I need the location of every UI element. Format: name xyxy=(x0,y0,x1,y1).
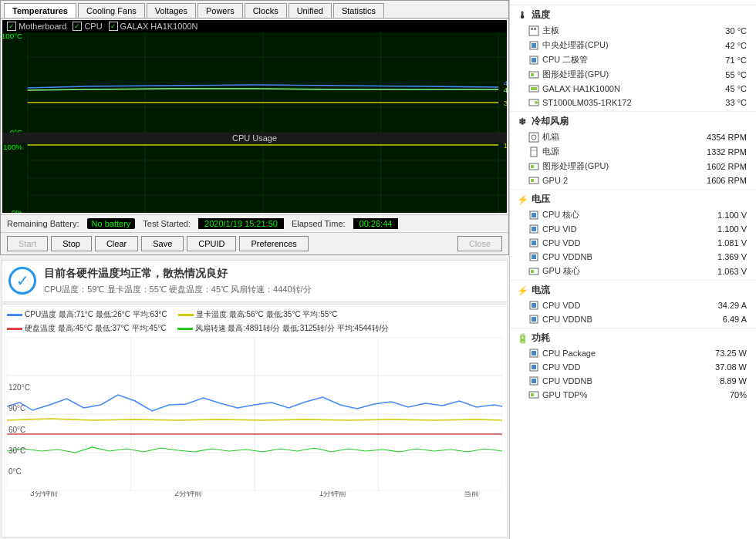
cpu-usage-label: CPU Usage xyxy=(2,133,507,143)
battery-value: No battery xyxy=(87,218,136,229)
mb-checkbox[interactable]: ✓ xyxy=(7,22,16,31)
svg-point-53 xyxy=(535,101,538,104)
svg-text:100°C: 100°C xyxy=(2,32,22,40)
elapsed-label: Elapsed Time: xyxy=(292,219,346,228)
cooling-table: 机箱 4354 RPM 电源 1332 RPM 图形处理器(GPU) 1602 xyxy=(510,130,756,187)
cpu-icon xyxy=(528,40,539,51)
fan4-name: GPU 2 xyxy=(510,173,660,187)
c1-icon xyxy=(528,300,539,311)
tab-statistics[interactable]: Statistics xyxy=(333,3,384,18)
tab-unified[interactable]: Unified xyxy=(289,3,332,18)
tab-clocks[interactable]: Clocks xyxy=(245,3,287,18)
table-row: CPU VDD 37.08 W xyxy=(510,360,756,374)
galax-checkbox[interactable]: ✓ xyxy=(109,22,118,31)
section-header-cooling: ❄ 冷却风扇 xyxy=(510,111,756,130)
current-icon: ⚡ xyxy=(516,285,528,297)
status-main-text: 目前各硬件温度均正常，散热情况良好 xyxy=(44,267,312,281)
legend-motherboard: ✓ Motherboard xyxy=(7,22,66,31)
tab-powers[interactable]: Powers xyxy=(197,3,243,18)
tab-bar: Temperatures Cooling Fans Voltages Power… xyxy=(1,1,508,19)
svg-rect-63 xyxy=(532,213,536,217)
p2-icon xyxy=(528,362,539,372)
svg-rect-71 xyxy=(531,270,534,273)
svg-rect-79 xyxy=(532,365,536,369)
gpu-temp-legend-text: 显卡温度 最高:56°C 最低:35°C 平均:55°C xyxy=(196,309,338,320)
stop-button[interactable]: Stop xyxy=(51,236,92,251)
svg-rect-54 xyxy=(529,133,538,142)
tab-temperatures[interactable]: Temperatures xyxy=(4,3,76,18)
hdd-icon xyxy=(528,97,539,108)
preferences-button[interactable]: Preferences xyxy=(239,236,308,251)
mb-row-name: 主板 xyxy=(510,23,687,38)
mb-row-value: 30 °C xyxy=(687,23,756,38)
svg-text:100%: 100% xyxy=(3,143,23,151)
svg-text:30: 30 xyxy=(504,99,507,107)
cpuid-button[interactable]: CPUID xyxy=(187,236,236,251)
svg-rect-81 xyxy=(532,379,536,383)
gpu-fan-icon xyxy=(528,161,539,172)
clear-button[interactable]: Clear xyxy=(95,236,138,251)
current-section-label: 电流 xyxy=(532,284,550,297)
v1-icon xyxy=(528,210,539,221)
current-table: CPU VDD 34.29 A CPU VDDNB 6.49 A xyxy=(510,298,756,326)
c2-icon xyxy=(528,314,539,325)
svg-rect-77 xyxy=(532,351,536,355)
tab-cooling-fans[interactable]: Cooling Fans xyxy=(78,3,145,18)
close-button[interactable]: Close xyxy=(457,236,502,251)
start-button[interactable]: Start xyxy=(7,236,48,251)
elapsed-value: 00:26:44 xyxy=(353,218,399,229)
svg-rect-59 xyxy=(531,165,534,168)
fan1-name: 机箱 xyxy=(510,130,660,144)
power-icon: 🔋 xyxy=(516,332,528,345)
hwmonitor-window: Temperatures Cooling Fans Voltages Power… xyxy=(0,0,509,255)
svg-rect-41 xyxy=(529,26,538,35)
cpu-row-name: 中央处理器(CPU) xyxy=(510,38,687,52)
fan-speed-legend-text: 风扇转速 最高:4891转/分 最低:3125转/分 平均:4544转/分 xyxy=(195,323,390,334)
power-table: CPU Package 73.25 W CPU VDD 37.08 W CPU … xyxy=(510,346,756,402)
cpu2-icon xyxy=(528,55,539,66)
cpu-checkbox[interactable]: ✓ xyxy=(73,22,82,31)
fan1-value: 4354 RPM xyxy=(660,130,756,144)
fan3-value: 1602 RPM xyxy=(660,159,756,173)
v3-icon xyxy=(528,237,539,248)
ssd-icon xyxy=(528,83,539,94)
table-row: 机箱 4354 RPM xyxy=(510,130,756,144)
cpu-row-value: 42 °C xyxy=(687,38,756,52)
legend-disk-temp: 硬盘温度 最高:45°C 最低:37°C 平均:45°C xyxy=(7,323,167,334)
svg-rect-67 xyxy=(532,241,536,245)
cooling-section-label: 冷却风扇 xyxy=(532,115,569,128)
disk-temp-legend-text: 硬盘温度 最高:45°C 最低:37°C 平均:45°C xyxy=(25,323,167,334)
table-row: 图形处理器(GPU) 55 °C xyxy=(510,67,756,82)
left-panel: Temperatures Cooling Fans Voltages Power… xyxy=(0,0,509,539)
right-panel: 🌡 温度 主板 30 °C 中央处理器(CPU) 42 °C xyxy=(509,0,756,539)
table-row: GPU 核心 1.063 V xyxy=(510,264,756,278)
svg-text:0%: 0% xyxy=(12,208,23,213)
svg-rect-45 xyxy=(532,43,536,48)
fan2-icon xyxy=(528,147,539,157)
svg-rect-51 xyxy=(531,87,537,90)
svg-rect-49 xyxy=(531,73,534,76)
gpu-row-value: 55 °C xyxy=(687,67,756,82)
mb-label: Motherboard xyxy=(19,22,66,31)
fan2-name: 电源 xyxy=(510,144,660,159)
tab-voltages[interactable]: Voltages xyxy=(147,3,196,18)
p3-icon xyxy=(528,376,539,386)
test-started-label: Test Started: xyxy=(143,219,191,228)
save-button[interactable]: Save xyxy=(141,236,184,251)
gpu-row-name: 图形处理器(GPU) xyxy=(510,67,687,82)
svg-text:42: 42 xyxy=(504,86,507,94)
legend-fan-speed: 风扇转速 最高:4891转/分 最低:3125转/分 平均:4544转/分 xyxy=(177,323,390,334)
legend-cpu-temp: CPU温度 最高:71°C 最低:26°C 平均:63°C xyxy=(7,309,167,320)
table-row: GALAX HA1K1000N 45 °C xyxy=(510,82,756,96)
cpu-temp-legend-text: CPU温度 最高:71°C 最低:26°C 平均:63°C xyxy=(25,309,167,320)
svg-rect-73 xyxy=(532,303,536,308)
cpu-label: CPU xyxy=(84,22,102,31)
svg-rect-43 xyxy=(534,28,536,30)
bottom-chart-area: CPU温度 最高:71°C 最低:26°C 平均:63°C 显卡温度 最高:56… xyxy=(2,304,508,537)
status-text-area: 目前各硬件温度均正常，散热情况良好 CPU温度：59℃ 显卡温度：55℃ 硬盘温… xyxy=(44,267,312,295)
table-row: CPU Package 73.25 W xyxy=(510,346,756,360)
y-0: 0°C xyxy=(8,467,29,476)
status-bar: Remaining Battery: No battery Test Start… xyxy=(1,214,508,232)
power-section-label: 功耗 xyxy=(532,332,550,345)
temperature-table: 主板 30 °C 中央处理器(CPU) 42 °C CPU 二极管 71 °C xyxy=(510,23,756,109)
